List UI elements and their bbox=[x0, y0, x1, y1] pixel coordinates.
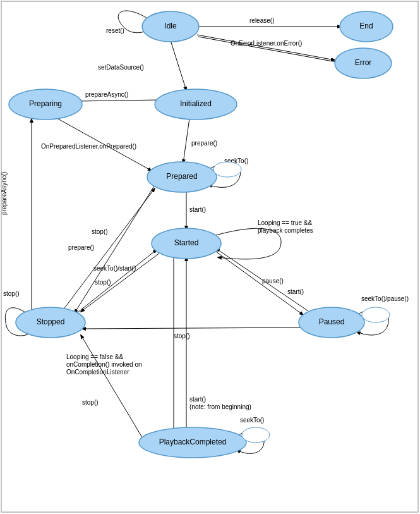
onerror-arrow bbox=[197, 35, 335, 60]
start-prepared-label: start() bbox=[189, 206, 206, 213]
looping-false-label1: Looping == false && bbox=[66, 353, 123, 360]
pause-label: pause() bbox=[262, 278, 284, 285]
started-label: Started bbox=[174, 238, 199, 247]
looping-false-label3: OnCompletionListener bbox=[66, 369, 129, 376]
start-playback-label1: start() bbox=[189, 396, 206, 403]
setdatasource-arrow bbox=[171, 40, 186, 90]
idle-label: Idle bbox=[164, 21, 177, 30]
onprepared-label: OnPreparedListener.onPrepared() bbox=[41, 143, 136, 150]
stop-stopped-label: stop() bbox=[3, 290, 20, 297]
stop-prepared-label: stop() bbox=[92, 228, 108, 235]
prepareasync-init-label: prepareAsync() bbox=[85, 91, 128, 98]
stop-playback-label: stop() bbox=[82, 399, 99, 406]
prepared-label: Prepared bbox=[166, 172, 197, 181]
paused-label: Paused bbox=[319, 317, 345, 326]
prepared-selfloop bbox=[213, 162, 241, 177]
stopped-label: Stopped bbox=[37, 317, 65, 326]
end-label: End bbox=[359, 21, 373, 30]
release-label: release() bbox=[249, 17, 274, 24]
stop-playback-arrow bbox=[81, 335, 145, 443]
paused-selfloop bbox=[362, 307, 390, 322]
stop-paused-arrow bbox=[82, 327, 303, 329]
seektostart-stopped-label: seekTo()/start() bbox=[93, 265, 136, 272]
prepare-init-arrow bbox=[183, 118, 189, 163]
onerror-label: OnErrorListener.onError() bbox=[231, 40, 302, 47]
looping-true-label1: Looping == true && bbox=[258, 219, 313, 226]
seekto-paused-label: seekTo()/pause() bbox=[361, 295, 409, 302]
setdatasource-label: setDataSource() bbox=[98, 64, 144, 71]
looping-false-label2: onCompletion() invoked on bbox=[66, 361, 142, 368]
stop-paused-label: stop() bbox=[174, 333, 190, 340]
prepareasync-stopped-label: prepareAsync() bbox=[1, 172, 8, 215]
prepare-init-label: prepare() bbox=[191, 140, 217, 147]
start-playback-label2: (note: from beginning) bbox=[189, 403, 251, 410]
initialized-label: Initialized bbox=[180, 99, 212, 108]
stop-started-label: stop() bbox=[95, 279, 111, 286]
looping-false-arrow bbox=[144, 257, 174, 436]
playbackcompleted-label: PlaybackCompleted bbox=[159, 438, 227, 446]
playback-selfloop bbox=[242, 427, 270, 443]
prepareasync-init-arrow bbox=[77, 100, 159, 101]
seekto-playback-label: seekTo() bbox=[240, 417, 264, 424]
seektostart-stopped-arrow bbox=[75, 250, 157, 315]
pause-arrow bbox=[216, 252, 303, 315]
prepare-stopped-label: prepare() bbox=[68, 244, 94, 251]
looping-true-label2: playback completes bbox=[258, 227, 313, 234]
start-paused-label: start() bbox=[287, 288, 304, 295]
preparing-label: Preparing bbox=[29, 99, 62, 108]
error-label: Error bbox=[355, 58, 372, 67]
reset-label: reset() bbox=[106, 27, 124, 34]
stop-started-arrow bbox=[81, 253, 160, 312]
